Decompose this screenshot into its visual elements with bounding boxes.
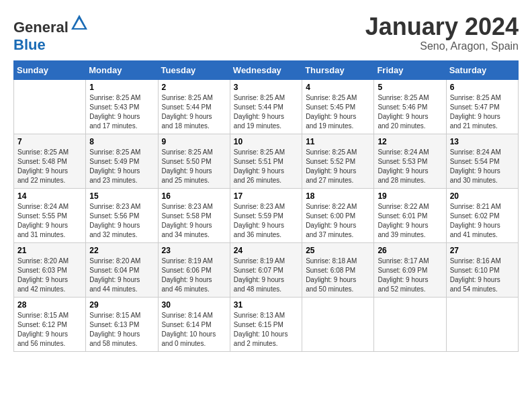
calendar-cell: 21Sunrise: 8:20 AMSunset: 6:03 PMDayligh… <box>14 243 86 298</box>
day-number: 19 <box>378 191 442 201</box>
calendar-cell: 1Sunrise: 8:25 AMSunset: 5:43 PMDaylight… <box>86 80 158 134</box>
calendar-cell: 7Sunrise: 8:25 AMSunset: 5:48 PMDaylight… <box>14 134 86 189</box>
calendar-cell: 31Sunrise: 8:13 AMSunset: 6:15 PMDayligh… <box>230 298 302 352</box>
day-number: 11 <box>306 137 370 146</box>
calendar-cell: 11Sunrise: 8:25 AMSunset: 5:52 PMDayligh… <box>302 134 374 189</box>
day-number: 7 <box>17 137 82 146</box>
day-number: 31 <box>234 300 298 310</box>
day-number: 12 <box>378 137 442 146</box>
calendar-cell: 15Sunrise: 8:23 AMSunset: 5:56 PMDayligh… <box>86 189 158 243</box>
calendar-cell: 9Sunrise: 8:25 AMSunset: 5:50 PMDaylight… <box>158 134 230 189</box>
calendar-cell: 13Sunrise: 8:24 AMSunset: 5:54 PMDayligh… <box>446 134 518 189</box>
calendar-cell: 8Sunrise: 8:25 AMSunset: 5:49 PMDaylight… <box>86 134 158 189</box>
day-number: 20 <box>450 191 515 201</box>
calendar-cell: 16Sunrise: 8:23 AMSunset: 5:58 PMDayligh… <box>158 189 230 243</box>
day-info: Sunrise: 8:19 AMSunset: 6:07 PMDaylight:… <box>234 257 298 294</box>
day-number: 17 <box>234 191 298 201</box>
weekday-header-cell: Tuesday <box>158 61 230 80</box>
calendar-cell: 22Sunrise: 8:20 AMSunset: 6:04 PMDayligh… <box>86 243 158 298</box>
day-number: 21 <box>17 246 82 255</box>
day-info: Sunrise: 8:23 AMSunset: 5:59 PMDaylight:… <box>234 202 298 240</box>
weekday-header-row: SundayMondayTuesdayWednesdayThursdayFrid… <box>14 61 519 80</box>
logo-blue: Blue <box>13 36 46 53</box>
weekday-header-cell: Monday <box>86 61 158 80</box>
calendar-week-row: 7Sunrise: 8:25 AMSunset: 5:48 PMDaylight… <box>14 134 519 189</box>
weekday-header-cell: Sunday <box>14 61 86 80</box>
day-info: Sunrise: 8:16 AMSunset: 6:10 PMDaylight:… <box>450 257 515 294</box>
calendar-cell: 20Sunrise: 8:21 AMSunset: 6:02 PMDayligh… <box>446 189 518 243</box>
day-number: 25 <box>306 246 370 255</box>
day-number: 8 <box>89 137 154 146</box>
weekday-header-cell: Thursday <box>302 61 374 80</box>
calendar-cell: 30Sunrise: 8:14 AMSunset: 6:14 PMDayligh… <box>158 298 230 352</box>
day-number: 5 <box>378 83 442 92</box>
calendar-cell: 18Sunrise: 8:22 AMSunset: 6:00 PMDayligh… <box>302 189 374 243</box>
title-block: January 2024 Seno, Aragon, Spain <box>365 13 519 52</box>
logo: General Blue <box>13 13 89 54</box>
calendar-cell: 2Sunrise: 8:25 AMSunset: 5:44 PMDaylight… <box>158 80 230 134</box>
day-number: 27 <box>450 246 515 255</box>
calendar-cell: 29Sunrise: 8:15 AMSunset: 6:13 PMDayligh… <box>86 298 158 352</box>
day-number: 16 <box>162 191 226 201</box>
day-info: Sunrise: 8:25 AMSunset: 5:47 PMDaylight:… <box>450 93 515 131</box>
day-info: Sunrise: 8:25 AMSunset: 5:51 PMDaylight:… <box>234 148 298 185</box>
day-info: Sunrise: 8:20 AMSunset: 6:03 PMDaylight:… <box>17 257 82 294</box>
calendar-cell <box>374 298 446 352</box>
day-info: Sunrise: 8:25 AMSunset: 5:44 PMDaylight:… <box>234 93 298 131</box>
day-info: Sunrise: 8:14 AMSunset: 6:14 PMDaylight:… <box>162 311 226 349</box>
calendar-cell: 27Sunrise: 8:16 AMSunset: 6:10 PMDayligh… <box>446 243 518 298</box>
calendar-cell <box>446 298 518 352</box>
day-info: Sunrise: 8:22 AMSunset: 6:00 PMDaylight:… <box>306 202 370 240</box>
day-info: Sunrise: 8:25 AMSunset: 5:48 PMDaylight:… <box>17 148 82 185</box>
day-number: 28 <box>17 300 82 310</box>
calendar-cell: 17Sunrise: 8:23 AMSunset: 5:59 PMDayligh… <box>230 189 302 243</box>
day-info: Sunrise: 8:18 AMSunset: 6:08 PMDaylight:… <box>306 257 370 294</box>
logo-icon <box>70 13 89 32</box>
day-info: Sunrise: 8:25 AMSunset: 5:43 PMDaylight:… <box>89 93 154 131</box>
day-info: Sunrise: 8:23 AMSunset: 5:56 PMDaylight:… <box>89 202 154 240</box>
day-number: 6 <box>450 83 515 92</box>
day-info: Sunrise: 8:25 AMSunset: 5:45 PMDaylight:… <box>306 93 370 131</box>
calendar-cell: 26Sunrise: 8:17 AMSunset: 6:09 PMDayligh… <box>374 243 446 298</box>
calendar-cell: 4Sunrise: 8:25 AMSunset: 5:45 PMDaylight… <box>302 80 374 134</box>
calendar-cell <box>302 298 374 352</box>
day-number: 15 <box>89 191 154 201</box>
day-number: 29 <box>89 300 154 310</box>
day-number: 1 <box>89 83 154 92</box>
day-info: Sunrise: 8:15 AMSunset: 6:13 PMDaylight:… <box>89 311 154 349</box>
weekday-header-cell: Wednesday <box>230 61 302 80</box>
day-number: 13 <box>450 137 515 146</box>
calendar-cell: 28Sunrise: 8:15 AMSunset: 6:12 PMDayligh… <box>14 298 86 352</box>
calendar-cell: 5Sunrise: 8:25 AMSunset: 5:46 PMDaylight… <box>374 80 446 134</box>
day-info: Sunrise: 8:25 AMSunset: 5:44 PMDaylight:… <box>162 93 226 131</box>
calendar-cell: 10Sunrise: 8:25 AMSunset: 5:51 PMDayligh… <box>230 134 302 189</box>
day-info: Sunrise: 8:19 AMSunset: 6:06 PMDaylight:… <box>162 257 226 294</box>
day-info: Sunrise: 8:24 AMSunset: 5:55 PMDaylight:… <box>17 202 82 240</box>
calendar-cell: 12Sunrise: 8:24 AMSunset: 5:53 PMDayligh… <box>374 134 446 189</box>
day-info: Sunrise: 8:24 AMSunset: 5:53 PMDaylight:… <box>378 148 442 185</box>
day-info: Sunrise: 8:13 AMSunset: 6:15 PMDaylight:… <box>234 311 298 349</box>
day-info: Sunrise: 8:23 AMSunset: 5:58 PMDaylight:… <box>162 202 226 240</box>
day-number: 14 <box>17 191 82 201</box>
calendar-cell: 14Sunrise: 8:24 AMSunset: 5:55 PMDayligh… <box>14 189 86 243</box>
calendar-cell: 3Sunrise: 8:25 AMSunset: 5:44 PMDaylight… <box>230 80 302 134</box>
calendar-week-row: 28Sunrise: 8:15 AMSunset: 6:12 PMDayligh… <box>14 298 519 352</box>
day-info: Sunrise: 8:25 AMSunset: 5:50 PMDaylight:… <box>162 148 226 185</box>
day-info: Sunrise: 8:21 AMSunset: 6:02 PMDaylight:… <box>450 202 515 240</box>
day-number: 3 <box>234 83 298 92</box>
day-number: 9 <box>162 137 226 146</box>
logo-general: General <box>13 19 69 36</box>
day-number: 30 <box>162 300 226 310</box>
day-number: 26 <box>378 246 442 255</box>
day-info: Sunrise: 8:20 AMSunset: 6:04 PMDaylight:… <box>89 257 154 294</box>
day-info: Sunrise: 8:25 AMSunset: 5:46 PMDaylight:… <box>378 93 442 131</box>
calendar-cell: 23Sunrise: 8:19 AMSunset: 6:06 PMDayligh… <box>158 243 230 298</box>
page-header: General Blue January 2024 Seno, Aragon, … <box>13 13 519 54</box>
day-number: 22 <box>89 246 154 255</box>
day-info: Sunrise: 8:17 AMSunset: 6:09 PMDaylight:… <box>378 257 442 294</box>
day-info: Sunrise: 8:25 AMSunset: 5:49 PMDaylight:… <box>89 148 154 185</box>
calendar-cell: 25Sunrise: 8:18 AMSunset: 6:08 PMDayligh… <box>302 243 374 298</box>
day-number: 10 <box>234 137 298 146</box>
calendar-week-row: 14Sunrise: 8:24 AMSunset: 5:55 PMDayligh… <box>14 189 519 243</box>
calendar-table: SundayMondayTuesdayWednesdayThursdayFrid… <box>13 60 519 352</box>
